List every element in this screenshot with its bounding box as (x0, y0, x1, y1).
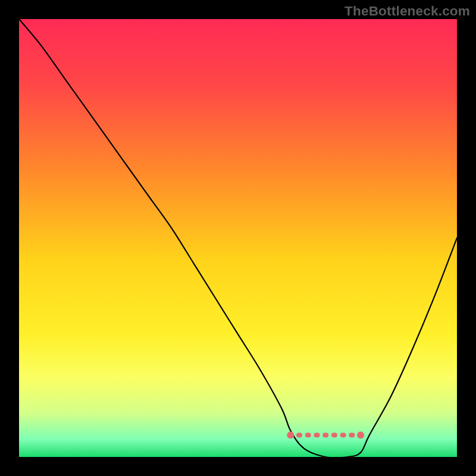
watermark-text: TheBottleneck.com (345, 4, 470, 19)
svg-rect-4 (314, 433, 320, 437)
svg-rect-2 (296, 433, 302, 437)
chart-svg (19, 19, 457, 457)
svg-point-1 (357, 431, 364, 439)
svg-point-0 (287, 431, 294, 439)
svg-rect-5 (322, 433, 328, 437)
chart-frame: TheBottleneck.com (0, 0, 476, 476)
svg-rect-7 (340, 433, 346, 437)
svg-rect-8 (349, 433, 355, 437)
gradient-background (19, 19, 457, 457)
svg-rect-3 (305, 433, 311, 437)
svg-rect-6 (331, 433, 337, 437)
plot-area (19, 19, 457, 457)
